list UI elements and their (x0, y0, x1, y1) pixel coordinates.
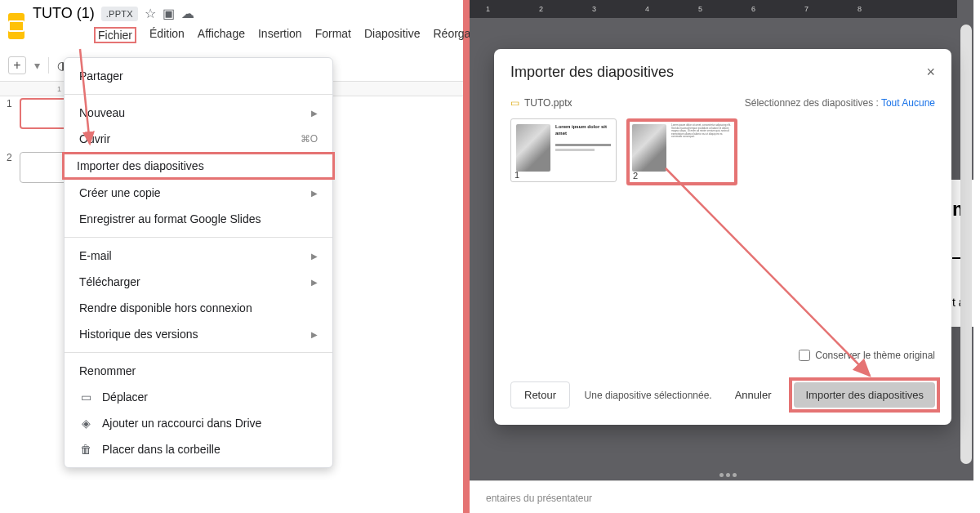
dd-renommer[interactable]: Renommer (65, 358, 332, 384)
back-button[interactable]: Retour (510, 381, 570, 408)
menu-affichage[interactable]: Affichage (198, 27, 245, 43)
dd-deplacer[interactable]: ▭Déplacer (65, 384, 332, 410)
pptx-badge: .PPTX (101, 7, 138, 21)
import-button-highlight: Importer des diapositives (789, 377, 940, 413)
dd-ouvrir[interactable]: Ouvrir⌘O (65, 126, 332, 152)
presenter-notes[interactable]: entaires du présentateur (470, 480, 973, 513)
dialog-slide-1[interactable]: Lorem ipsum dolor sit amet 1 (510, 118, 617, 182)
slide-thumbnails: 1 2 (7, 98, 70, 183)
dd-nouveau[interactable]: Nouveau▶ (65, 100, 332, 126)
dialog-title: Importer des diapositives (510, 64, 674, 81)
dd-email[interactable]: E-mail▶ (65, 243, 332, 269)
menu-insertion[interactable]: Insertion (258, 27, 302, 43)
dialog-slide-2-selected[interactable]: Lorem ipsum dolor sit amet, consectetur … (626, 118, 737, 185)
dd-telecharger[interactable]: Télécharger▶ (65, 269, 332, 295)
dd-historique[interactable]: Historique des versions▶ (65, 321, 332, 347)
menu-reorganiser[interactable]: Réorga (433, 27, 470, 43)
move-to-folder-icon[interactable]: ▣ (163, 6, 175, 21)
dd-raccourci[interactable]: ◈Ajouter un raccourci dans Drive (65, 410, 332, 436)
dialog-filename: TUTO.pptx (524, 97, 572, 109)
toolbar-chevron-down-icon[interactable]: ▾ (34, 59, 40, 72)
import-dialog: Importer des diapositives × ▭ TUTO.pptx … (494, 49, 951, 425)
select-all-link[interactable]: Tout (881, 97, 900, 109)
thumb-number: 1 (7, 98, 15, 129)
right-screenshot: 12345678 m t ar entaires du présentateur… (470, 0, 973, 513)
doc-header: TUTO (1) .PPTX ☆ ▣ ☁ Fichier Édition Aff… (0, 0, 463, 51)
slides-file-icon: ▭ (510, 97, 519, 109)
thumb-number: 2 (7, 152, 15, 183)
scrollbar[interactable] (960, 25, 972, 464)
thumbnail-1[interactable] (20, 98, 70, 129)
trash-icon: 🗑 (79, 443, 92, 456)
menu-bar: Fichier Édition Affichage Insertion Form… (33, 24, 536, 47)
mini-thumbnail-image (632, 124, 666, 172)
new-slide-button[interactable]: + (8, 56, 26, 74)
splitter-handle[interactable] (711, 471, 744, 479)
doc-title[interactable]: TUTO (1) (33, 5, 95, 22)
dd-copie[interactable]: Créer une copie▶ (65, 180, 332, 206)
left-screenshot: TUTO (1) .PPTX ☆ ▣ ☁ Fichier Édition Aff… (0, 0, 470, 513)
selection-status: Une diapositive sélectionnée. (585, 390, 712, 401)
keep-theme-checkbox[interactable]: Conserver le thème original (799, 350, 935, 361)
close-icon[interactable]: × (926, 64, 935, 81)
dd-corbeille[interactable]: 🗑Placer dans la corbeille (65, 436, 332, 462)
dd-partager[interactable]: Partager (65, 63, 332, 89)
menu-diapositive[interactable]: Diapositive (364, 27, 420, 43)
dd-hors-connexion[interactable]: Rendre disponible hors connexion (65, 295, 332, 321)
dd-importer-diapositives[interactable]: Importer des diapositives (62, 152, 335, 180)
dd-enregistrer[interactable]: Enregistrer au format Google Slides (65, 206, 332, 232)
ruler-right: 12345678 (470, 0, 957, 18)
folder-move-icon: ▭ (79, 390, 92, 404)
cloud-icon[interactable]: ☁ (181, 6, 194, 21)
drive-icon: ◈ (79, 417, 92, 430)
slides-logo (8, 13, 24, 39)
menu-format[interactable]: Format (315, 27, 351, 43)
import-button[interactable]: Importer des diapositives (794, 382, 935, 408)
fichier-dropdown: Partager Nouveau▶ Ouvrir⌘O Importer des … (64, 57, 333, 468)
cancel-button[interactable]: Annuler (722, 382, 785, 408)
mini-thumbnail-image (516, 124, 550, 172)
star-icon[interactable]: ☆ (145, 6, 156, 21)
select-label: Sélectionnez des diapositives : Tout Auc… (745, 97, 935, 109)
menu-edition[interactable]: Édition (149, 27, 185, 43)
select-none-link[interactable]: Aucune (902, 97, 935, 109)
menu-fichier[interactable]: Fichier (94, 27, 136, 43)
